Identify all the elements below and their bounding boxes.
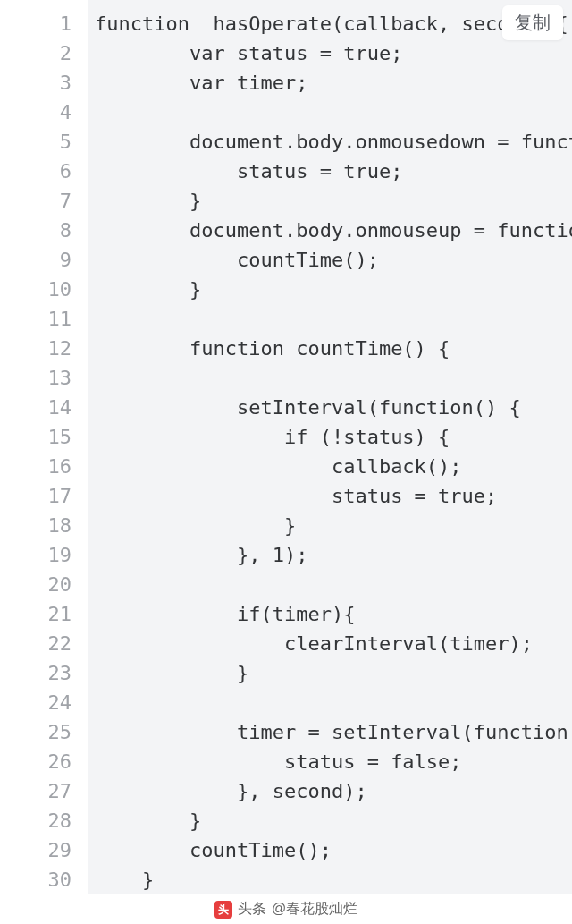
line-number: 28 xyxy=(0,806,88,835)
code-line: timer = setInterval(function() { xyxy=(88,717,572,747)
code-line: if(timer){ xyxy=(88,599,572,629)
line-number: 8 xyxy=(0,216,88,245)
copy-button[interactable]: 复制 xyxy=(502,5,563,40)
line-number: 21 xyxy=(0,599,88,629)
footer-attribution: 头 头条 @春花股灿烂 xyxy=(0,894,572,924)
line-number: 7 xyxy=(0,186,88,216)
footer-source: 头条 xyxy=(238,900,266,919)
code-line: } xyxy=(88,511,572,540)
line-number: 23 xyxy=(0,658,88,688)
line-number: 30 xyxy=(0,865,88,894)
code-line: clearInterval(timer); xyxy=(88,629,572,658)
line-number: 26 xyxy=(0,747,88,776)
line-number: 20 xyxy=(0,570,88,599)
line-number: 4 xyxy=(0,97,88,127)
code-line: document.body.onmousedown = function() { xyxy=(88,127,572,157)
code-line: setInterval(function() { xyxy=(88,393,572,422)
line-number: 24 xyxy=(0,688,88,717)
line-number: 6 xyxy=(0,157,88,186)
code-line xyxy=(88,304,572,334)
line-number: 27 xyxy=(0,776,88,806)
code-line: countTime(); xyxy=(88,835,572,865)
line-number: 3 xyxy=(0,68,88,97)
code-area[interactable]: function hasOperate(callback, second) { … xyxy=(88,0,572,894)
line-number: 13 xyxy=(0,363,88,393)
line-number: 14 xyxy=(0,393,88,422)
line-number: 29 xyxy=(0,835,88,865)
code-line: }, 1); xyxy=(88,540,572,570)
code-line: status = false; xyxy=(88,747,572,776)
line-number: 2 xyxy=(0,38,88,68)
code-line: if (!status) { xyxy=(88,422,572,452)
toutiao-logo-icon: 头 xyxy=(214,901,232,919)
line-number: 5 xyxy=(0,127,88,157)
code-line: }, second); xyxy=(88,776,572,806)
code-line: function countTime() { xyxy=(88,334,572,363)
line-number: 9 xyxy=(0,245,88,275)
code-block: 1234567891011121314151617181920212223242… xyxy=(0,0,572,894)
line-number: 22 xyxy=(0,629,88,658)
code-line: status = true; xyxy=(88,157,572,186)
line-number-gutter: 1234567891011121314151617181920212223242… xyxy=(0,0,88,894)
line-number: 19 xyxy=(0,540,88,570)
line-number: 18 xyxy=(0,511,88,540)
code-line: var timer; xyxy=(88,68,572,97)
line-number: 12 xyxy=(0,334,88,363)
code-line: var status = true; xyxy=(88,38,572,68)
line-number: 17 xyxy=(0,481,88,511)
code-line xyxy=(88,570,572,599)
code-line xyxy=(88,97,572,127)
code-line: status = true; xyxy=(88,481,572,511)
line-number: 11 xyxy=(0,304,88,334)
line-number: 15 xyxy=(0,422,88,452)
line-number: 1 xyxy=(0,9,88,38)
line-number: 10 xyxy=(0,275,88,304)
footer-author: @春花股灿烂 xyxy=(272,900,358,919)
code-line: callback(); xyxy=(88,452,572,481)
code-line: } xyxy=(88,658,572,688)
code-line: } xyxy=(88,186,572,216)
line-number: 25 xyxy=(0,717,88,747)
code-line: } xyxy=(88,275,572,304)
code-line: countTime(); xyxy=(88,245,572,275)
code-line xyxy=(88,363,572,393)
code-line xyxy=(88,688,572,717)
code-line: document.body.onmouseup = function() { xyxy=(88,216,572,245)
line-number: 16 xyxy=(0,452,88,481)
code-line: } xyxy=(88,865,572,894)
code-line: } xyxy=(88,806,572,835)
code-line: function hasOperate(callback, second) { xyxy=(88,9,572,38)
